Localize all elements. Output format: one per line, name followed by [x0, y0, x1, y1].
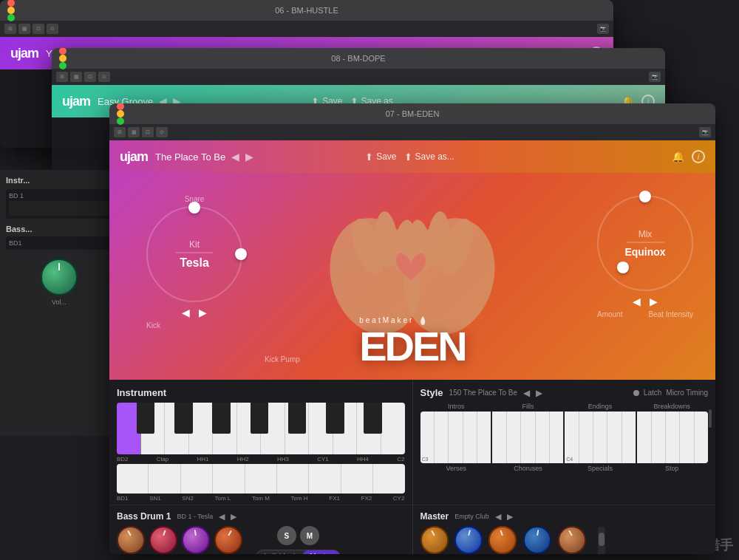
saturate-knob[interactable]	[454, 526, 483, 554]
instrument-keyboard-2[interactable]	[117, 464, 405, 494]
ujam-logo-3: ujam	[120, 149, 148, 165]
ambience-knob[interactable]	[523, 526, 551, 554]
instrument-panel: Instrument	[109, 380, 413, 505]
master-preset[interactable]: Empty Club	[454, 513, 489, 520]
volume-knob[interactable]	[117, 526, 145, 554]
bass-drum-controls: Volume Decay Pitch	[117, 526, 405, 554]
toolbar-eden: ujam The Place To Be ◀ ▶ ⬆ Save ⬆ Save a…	[109, 140, 715, 173]
window-title-hustle: 06 - BM-HUSTLE	[275, 6, 338, 15]
save-btn-3[interactable]: ⬆ Save	[365, 151, 396, 163]
style-preset[interactable]: 150 The Place To Be	[449, 389, 517, 397]
maximize-knob-wrap: Maximize	[488, 526, 517, 554]
maximize-btn-3[interactable]	[117, 117, 124, 125]
master-volume-wrap: Volume	[558, 526, 586, 554]
ti-2-4: ⊙	[98, 72, 110, 82]
bass-drum-section: Bass Drum 1 BD 1 - Tesla ◀ ▶ Volume	[109, 505, 413, 554]
window-eden: 07 - BM-EDEN ⊞ ▦ ⊡ ⊙ 📷 ujam The Place To…	[109, 103, 715, 554]
maximize-knob[interactable]	[488, 526, 517, 554]
mix-prev[interactable]: ◀	[633, 296, 641, 307]
latch-dot	[633, 390, 639, 396]
instrument-label: Instrument	[117, 387, 405, 398]
breakdowns-label: Breakdowns	[636, 403, 708, 410]
titlebar-dope: 08 - BM-DOPE	[52, 48, 665, 69]
micro-timing-label[interactable]: Micro Timing	[666, 389, 708, 397]
mix-next[interactable]: ▶	[650, 296, 658, 307]
key-labels-top: BD2 Clap HH1 HH2 HH3 CY1 HH4 C2	[117, 456, 405, 462]
master-prev[interactable]: ◀	[495, 512, 501, 522]
close-btn-2[interactable]	[59, 48, 67, 55]
mix-bottom-labels: Amount Beat Intensity	[597, 310, 693, 318]
sm-buttons: S M	[277, 526, 319, 545]
ti-2-3: ⊡	[84, 72, 96, 82]
filter-knob[interactable]	[214, 526, 242, 554]
style-scrollbar[interactable]	[708, 409, 712, 502]
decay-knob[interactable]	[149, 526, 177, 554]
minimize-btn-3[interactable]	[117, 110, 124, 117]
amount-label: Amount	[597, 310, 622, 318]
bass-drum-preset: BD 1 - Tesla	[177, 513, 213, 520]
verses-label: Verses	[420, 465, 492, 472]
vol-label-side: Vol...	[6, 298, 112, 306]
style-prev[interactable]: ◀	[523, 388, 530, 398]
kit-next[interactable]: ▶	[199, 307, 207, 318]
master-header: Master Empty Club ◀ ▶	[420, 511, 709, 522]
close-btn[interactable]	[7, 0, 15, 7]
style-sections-bottom: Verses Choruses Specials Stop	[420, 465, 709, 472]
sweep-knob[interactable]	[420, 526, 449, 554]
piano-keys-left	[117, 403, 405, 454]
ti-cam-2: 📷	[649, 72, 661, 82]
filter-knob-wrap: Filter	[214, 526, 242, 554]
info-icon-3[interactable]: i	[692, 150, 705, 163]
mix-value: Equinox	[624, 246, 665, 258]
bd-next[interactable]: ▶	[231, 512, 236, 522]
kit-label: Kit	[176, 239, 213, 250]
titlebar-eden: 07 - BM-EDEN	[109, 103, 715, 124]
s-button[interactable]: S	[277, 526, 296, 545]
m-button[interactable]: M	[300, 526, 319, 545]
save-as-btn-3[interactable]: ⬆ Save as...	[404, 151, 454, 163]
minimize-btn[interactable]	[7, 7, 15, 14]
bd-prev[interactable]: ◀	[219, 512, 225, 522]
kit-knob[interactable]: Kit Tesla	[146, 206, 242, 302]
maximize-btn-2[interactable]	[59, 62, 67, 69]
master-toggle-btn[interactable]: Master	[302, 550, 340, 554]
style-header: Style 150 The Place To Be ◀ ▶ Latch Micr…	[420, 387, 709, 398]
minimize-btn-2[interactable]	[59, 55, 67, 62]
stop-label: Stop	[636, 465, 708, 472]
endings-label: Endings	[564, 403, 636, 410]
master-volume-knob[interactable]	[558, 526, 586, 554]
side-item-1: BD 1	[6, 189, 112, 219]
window-controls	[7, 0, 15, 21]
close-btn-3[interactable]	[117, 103, 124, 110]
instrument-keyboard[interactable]	[117, 403, 405, 454]
ti-3-2: ▦	[128, 127, 140, 137]
master-next[interactable]: ▶	[507, 512, 513, 522]
intros-label: Intros	[420, 403, 492, 410]
ti-3: ⊡	[33, 24, 44, 34]
prev-preset-3[interactable]: ◀	[231, 151, 239, 163]
eden-logo: beatMaker EDEN	[359, 315, 466, 365]
style-keyboard[interactable]: C3	[420, 412, 709, 463]
ti-2-1: ⊞	[56, 72, 68, 82]
mix-knob-dot	[639, 191, 651, 202]
side-item-2: BD1	[6, 236, 112, 250]
next-preset-3[interactable]: ▶	[245, 151, 253, 163]
maximize-btn[interactable]	[7, 14, 15, 21]
mix-divider	[627, 242, 664, 243]
master-slider[interactable]	[598, 527, 605, 554]
pitch-knob[interactable]	[182, 526, 210, 554]
latch-label[interactable]: Latch	[644, 389, 661, 397]
ti-4: ⊙	[47, 24, 58, 34]
ti-1: ⊞	[4, 24, 16, 34]
side-label: Instr...	[6, 176, 112, 185]
bottom-panels: Instrument	[109, 380, 715, 505]
individual-btn[interactable]: Individual	[256, 550, 302, 554]
preset-eden[interactable]: The Place To Be	[155, 151, 225, 163]
kit-prev[interactable]: ◀	[182, 307, 190, 318]
style-sections-top: Intros Fills Endings Breakdowns	[420, 403, 709, 410]
style-next[interactable]: ▶	[536, 388, 542, 398]
bell-icon-3[interactable]: 🔔	[672, 151, 684, 163]
ti-2-2: ▦	[70, 72, 82, 82]
ti-3-3: ⊡	[142, 127, 154, 137]
mix-knob[interactable]: Mix Equinox	[597, 195, 693, 291]
